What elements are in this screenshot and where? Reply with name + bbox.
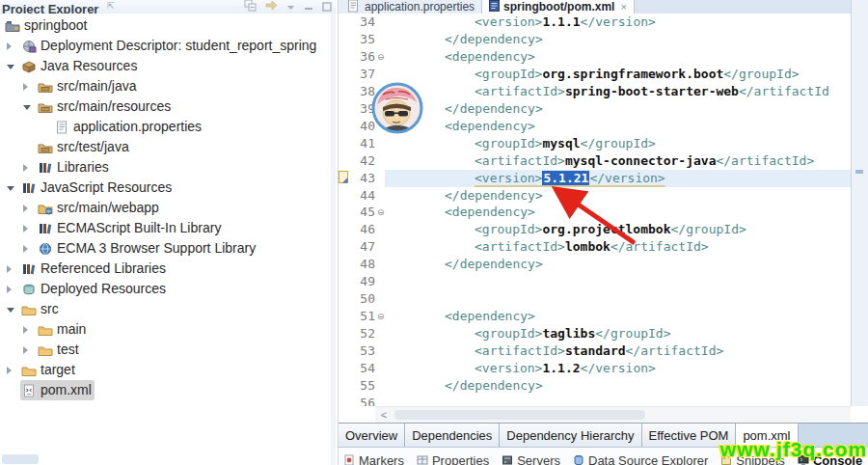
chevron-right-icon[interactable]: [23, 164, 28, 172]
minimize-icon[interactable]: [304, 0, 313, 14]
chevron-down-icon[interactable]: [23, 105, 31, 110]
tree-item-src-main-webapp[interactable]: src/main/webapp: [0, 198, 332, 218]
view-tab-data-source-explorer[interactable]: Data Source Explorer: [573, 448, 708, 465]
tree-item-springboot[interactable]: springboot: [0, 15, 332, 36]
tree-item-ecma-3-browser-support-library[interactable]: ECMA 3 Browser Support Library: [0, 238, 332, 259]
close-tab-icon[interactable]: ×: [620, 1, 626, 13]
tree-item-deployed-resources[interactable]: Deployed Resources: [0, 279, 332, 299]
editor-tab-application-properties[interactable]: application.properties: [339, 0, 482, 14]
folder-icon: [21, 363, 37, 378]
chevron-right-icon[interactable]: [7, 265, 12, 273]
scrollbar-thumb[interactable]: [394, 410, 645, 420]
code-line-40[interactable]: 40<dependency>: [339, 118, 851, 135]
code-line-45[interactable]: 45⊖<dependency>: [339, 204, 851, 221]
line-number: 55: [350, 377, 375, 395]
chevron-right-icon[interactable]: [23, 83, 28, 91]
code-line-35[interactable]: 35</dependency>: [339, 31, 851, 48]
chevron-right-icon[interactable]: [7, 367, 12, 374]
code-text: </dependency>: [385, 100, 851, 118]
tree-item-src-test-java[interactable]: src/test/java: [0, 137, 332, 157]
tree-item-javascript-resources[interactable]: JavaScript Resources: [0, 178, 332, 198]
code-line-56[interactable]: 56: [339, 395, 851, 406]
horizontal-scrollbar[interactable]: <: [375, 406, 851, 423]
chevron-down-icon[interactable]: [7, 65, 14, 69]
tree-item-main[interactable]: main: [0, 319, 332, 340]
pom-page-tab-dependency-hierarchy[interactable]: Dependency Hierarchy: [500, 424, 641, 447]
tree-item-src-main-java[interactable]: src/main/java: [0, 76, 332, 96]
code-line-39[interactable]: 39</dependency>: [339, 100, 851, 118]
chevron-down-icon[interactable]: [7, 186, 14, 191]
tree-item-referenced-libraries[interactable]: Referenced Libraries: [0, 259, 332, 279]
tree-item-application-properties[interactable]: application.properties: [0, 117, 332, 137]
collapse-all-icon[interactable]: [244, 0, 257, 14]
occurrence-marker-icon: [339, 170, 350, 187]
annotation-column: [339, 100, 350, 118]
tree-item-src[interactable]: src: [0, 299, 332, 319]
code-line-49[interactable]: 49: [339, 273, 851, 290]
code-line-41[interactable]: 41<groupId>mysql</groupId>: [339, 135, 851, 152]
chevron-right-icon[interactable]: [23, 346, 28, 354]
code-text: [385, 395, 851, 406]
code-line-36[interactable]: 36⊖<dependency>: [339, 48, 851, 66]
code-line-55[interactable]: 55</dependency>: [339, 377, 851, 395]
chevron-right-icon[interactable]: [23, 245, 28, 253]
code-text: <groupId>org.springframework.boot</group…: [385, 66, 851, 83]
overview-ruler-mark: [855, 170, 863, 174]
annotation-column: [339, 31, 350, 48]
code-line-37[interactable]: 37<groupId>org.springframework.boot</gro…: [339, 66, 851, 83]
code-text: <groupId>org.projectlombok</groupId>: [385, 221, 851, 238]
chevron-right-icon[interactable]: [23, 225, 28, 232]
scroll-left-arrow-icon[interactable]: <: [377, 407, 391, 423]
view-tab-servers[interactable]: Servers: [502, 448, 560, 465]
tree-item-label: main: [57, 319, 86, 340]
code-line-48[interactable]: 48</dependency>: [339, 256, 851, 273]
tree-item-pom-xml[interactable]: pom.xml: [0, 380, 332, 400]
chevron-right-icon[interactable]: [23, 205, 28, 212]
line-number: 42: [350, 152, 375, 170]
folder-icon: [21, 302, 37, 317]
code-line-53[interactable]: 53<artifactId>standard</artifactId>: [339, 342, 851, 360]
code-line-43[interactable]: 43<version>5.1.21</version>: [339, 170, 851, 187]
pom-page-tab-dependencies[interactable]: Dependencies: [405, 424, 500, 447]
editor-tab-bar: application.propertiesspringboot/pom.xml…: [339, 0, 868, 14]
tree-item-test[interactable]: test: [0, 340, 332, 360]
tree-item-ecmascript-built-in-library[interactable]: ECMAScript Built-In Library: [0, 218, 332, 238]
globe-icon: [38, 241, 53, 257]
tree-scrollbar[interactable]: [331, 14, 336, 465]
java-resources-icon: [21, 59, 37, 74]
code-line-46[interactable]: 46<groupId>org.projectlombok</groupId>: [339, 221, 851, 238]
code-line-52[interactable]: 52<groupId>taglibs</groupId>: [339, 325, 851, 342]
tree-item-deployment-descriptor-student-report-spring[interactable]: Deployment Descriptor: student_report_sp…: [0, 36, 332, 56]
code-text: </dependency>: [385, 187, 851, 205]
link-editor-icon[interactable]: [265, 0, 278, 14]
source-folder-icon: [38, 99, 53, 115]
code-editor[interactable]: 34<version>1.1.1</version>35</dependency…: [339, 14, 851, 406]
line-number: 52: [350, 325, 375, 342]
code-line-54[interactable]: 54<version>1.1.2</version>: [339, 360, 851, 377]
line-number: 40: [350, 118, 375, 135]
code-line-47[interactable]: 47<artifactId>lombok</artifactId>: [339, 238, 851, 256]
tree-item-java-resources[interactable]: Java Resources: [0, 56, 332, 76]
overview-ruler[interactable]: [851, 0, 868, 406]
chevron-right-icon[interactable]: [7, 42, 12, 50]
chevron-down-icon[interactable]: [7, 308, 14, 313]
tree-item-label: Referenced Libraries: [41, 259, 166, 279]
tree-item-libraries[interactable]: Libraries: [0, 157, 332, 178]
view-tab-markers[interactable]: Markers: [343, 448, 404, 465]
code-line-42[interactable]: 42<artifactId>mysql-connector-java</arti…: [339, 152, 851, 170]
maximize-icon[interactable]: [322, 0, 332, 14]
tree-item-src-main-resources[interactable]: src/main/resources: [0, 96, 332, 117]
code-line-50[interactable]: 50: [339, 290, 851, 308]
line-number: 50: [350, 290, 375, 308]
chevron-right-icon[interactable]: [23, 326, 28, 334]
view-menu-icon[interactable]: [286, 0, 295, 14]
code-line-44[interactable]: 44</dependency>: [339, 187, 851, 205]
code-line-38[interactable]: 38<artifactId>spring-boot-starter-web</a…: [339, 83, 851, 100]
tree-item-target[interactable]: target: [0, 360, 332, 380]
chevron-right-icon[interactable]: [7, 286, 12, 293]
editor-tab-springboot-pom-xml[interactable]: springboot/pom.xml×: [482, 0, 635, 14]
pom-page-tab-overview[interactable]: Overview: [339, 424, 405, 447]
code-line-34[interactable]: 34<version>1.1.1</version>: [339, 14, 851, 31]
view-tab-properties[interactable]: Properties: [417, 448, 489, 465]
code-line-51[interactable]: 51⊖<dependency>: [339, 308, 851, 325]
